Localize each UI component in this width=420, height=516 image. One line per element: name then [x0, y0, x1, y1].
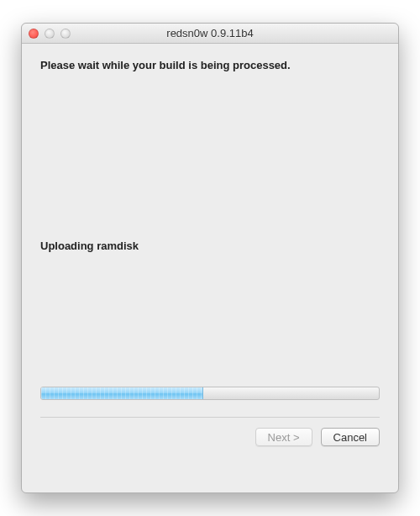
button-row: Next > Cancel — [40, 428, 380, 446]
app-window: redsn0w 0.9.11b4 Please wait while your … — [21, 23, 399, 493]
progress-bar — [40, 387, 380, 400]
content-area: Please wait while your build is being pr… — [22, 44, 398, 492]
processing-message: Please wait while your build is being pr… — [40, 59, 380, 71]
traffic-lights — [29, 29, 71, 39]
window-title: redsn0w 0.9.11b4 — [22, 27, 398, 39]
progress-container — [40, 387, 380, 400]
status-text: Uploading ramdisk — [40, 240, 380, 252]
close-icon[interactable] — [29, 29, 39, 39]
divider — [40, 417, 380, 418]
zoom-icon[interactable] — [60, 29, 71, 39]
cancel-button[interactable]: Cancel — [321, 428, 380, 446]
minimize-icon[interactable] — [45, 29, 55, 39]
titlebar[interactable]: redsn0w 0.9.11b4 — [22, 24, 398, 44]
next-button[interactable]: Next > — [255, 428, 312, 446]
progress-fill — [41, 387, 203, 399]
